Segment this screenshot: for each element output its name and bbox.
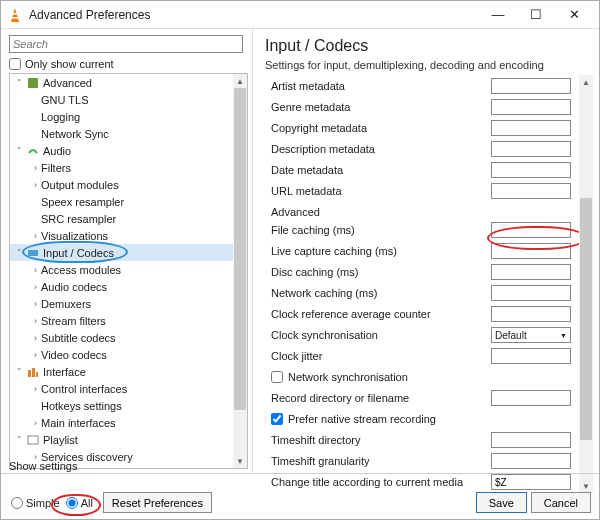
section-advanced: Advanced [265, 206, 579, 218]
tree-item-video-codecs[interactable]: ›Video codecs [10, 346, 233, 363]
tree-item-filters[interactable]: ›Filters [10, 159, 233, 176]
label-artist-metadata: Artist metadata [265, 80, 491, 92]
left-pane: Only show current ˅Advanced GNU TLS Logg… [1, 29, 253, 473]
label-copyright-metadata: Copyright metadata [265, 122, 491, 134]
input-genre-metadata[interactable] [491, 99, 571, 115]
show-settings-label: Show settings [9, 460, 77, 472]
svg-rect-3 [28, 78, 38, 88]
tree-item-gnu-tls[interactable]: GNU TLS [10, 91, 233, 108]
tree-item-stream-filters[interactable]: ›Stream filters [10, 312, 233, 329]
checkbox-prefer-native[interactable] [271, 413, 283, 425]
page-subtitle: Settings for input, demultiplexing, deco… [265, 59, 593, 71]
svg-rect-8 [28, 436, 38, 444]
input-network-caching[interactable]: ▲▼ [491, 285, 571, 301]
label-record-dir: Record directory or filename [265, 392, 491, 404]
tree-item-speex-resampler[interactable]: Speex resampler [10, 193, 233, 210]
tree-item-subtitle-codecs[interactable]: ›Subtitle codecs [10, 329, 233, 346]
label-prefer-native: Prefer native stream recording [288, 413, 571, 425]
svg-rect-4 [28, 250, 38, 256]
close-button[interactable]: ✕ [555, 1, 593, 29]
tree-item-hotkeys-settings[interactable]: Hotkeys settings [10, 397, 233, 414]
label-url-metadata: URL metadata [265, 185, 491, 197]
input-clock-jitter[interactable]: ▲▼ [491, 348, 571, 364]
label-timeshift-dir: Timeshift directory [265, 434, 491, 446]
svg-rect-5 [28, 370, 31, 377]
tree-item-main-interfaces[interactable]: ›Main interfaces [10, 414, 233, 431]
titlebar: Advanced Preferences — ☐ ✕ [1, 1, 599, 29]
tree-item-visualizations[interactable]: ›Visualizations [10, 227, 233, 244]
input-timeshift-dir[interactable] [491, 432, 571, 448]
scroll-up-icon[interactable]: ▲ [233, 74, 247, 88]
label-timeshift-gran: Timeshift granularity [265, 455, 491, 467]
tree-item-src-resampler[interactable]: SRC resampler [10, 210, 233, 227]
input-live-caching[interactable]: ▲▼ [491, 243, 571, 259]
tree-item-access-modules[interactable]: ›Access modules [10, 261, 233, 278]
footer: Show settings Simple All Reset Preferenc… [1, 473, 599, 520]
input-timeshift-gran[interactable]: ▲▼ [491, 453, 571, 469]
label-description-metadata: Description metadata [265, 143, 491, 155]
label-clock-jitter: Clock jitter [265, 350, 491, 362]
tree-item-interface[interactable]: ˅Interface [10, 363, 233, 380]
tree-item-control-interfaces[interactable]: ›Control interfaces [10, 380, 233, 397]
playlist-icon [26, 433, 40, 447]
svg-rect-7 [36, 372, 38, 377]
tree-item-demuxers[interactable]: ›Demuxers [10, 295, 233, 312]
only-show-current-checkbox[interactable] [9, 58, 21, 70]
input-date-metadata[interactable] [491, 162, 571, 178]
input-disc-caching[interactable]: ▲▼ [491, 264, 571, 280]
right-pane: Input / Codecs Settings for input, demul… [253, 29, 599, 473]
svg-rect-6 [32, 368, 35, 377]
input-clock-ref[interactable]: ▲▼ [491, 306, 571, 322]
interface-icon [26, 365, 40, 379]
cancel-button[interactable]: Cancel [531, 492, 591, 513]
label-live-caching: Live capture caching (ms) [265, 245, 491, 257]
label-genre-metadata: Genre metadata [265, 101, 491, 113]
tree-item-output-modules[interactable]: ›Output modules [10, 176, 233, 193]
input-url-metadata[interactable] [491, 183, 571, 199]
tree-item-audio[interactable]: ˅Audio [10, 142, 233, 159]
maximize-button[interactable]: ☐ [517, 1, 555, 29]
svg-rect-2 [12, 17, 18, 19]
radio-all[interactable]: All [66, 497, 93, 509]
label-network-sync: Network synchronisation [288, 371, 571, 383]
vlc-cone-icon [7, 7, 23, 23]
scroll-down-icon[interactable]: ▼ [233, 454, 247, 468]
input-file-caching[interactable]: ▲▼ [491, 222, 571, 238]
input-codecs-icon [26, 246, 40, 260]
only-show-current[interactable]: Only show current [9, 58, 248, 70]
search-input[interactable] [9, 35, 243, 53]
save-button[interactable]: Save [476, 492, 527, 513]
svg-marker-0 [11, 8, 19, 22]
input-copyright-metadata[interactable] [491, 120, 571, 136]
input-artist-metadata[interactable] [491, 78, 571, 94]
tree-item-network-sync[interactable]: Network Sync [10, 125, 233, 142]
checkbox-network-sync[interactable] [271, 371, 283, 383]
form-scrollbar[interactable]: ▲ ▼ [579, 75, 593, 493]
show-settings-radios: Simple All [11, 497, 93, 509]
only-show-current-label: Only show current [25, 58, 114, 70]
reset-preferences-button[interactable]: Reset Preferences [103, 492, 212, 513]
page-heading: Input / Codecs [265, 37, 593, 55]
scroll-up-icon[interactable]: ▲ [579, 75, 593, 89]
tree-item-playlist[interactable]: ˅Playlist [10, 431, 233, 448]
tree-item-logging[interactable]: Logging [10, 108, 233, 125]
preferences-tree[interactable]: ˅Advanced GNU TLS Logging Network Sync ˅… [9, 73, 248, 469]
tree-item-input-codecs[interactable]: ˅Input / Codecs [10, 244, 233, 261]
input-record-dir[interactable] [491, 390, 571, 406]
minimize-button[interactable]: — [479, 1, 517, 29]
label-clock-ref: Clock reference average counter [265, 308, 491, 320]
svg-rect-1 [13, 13, 18, 15]
label-file-caching: File caching (ms) [265, 224, 491, 236]
tree-scrollbar[interactable]: ▲ ▼ [233, 74, 247, 468]
tree-item-audio-codecs[interactable]: ›Audio codecs [10, 278, 233, 295]
label-network-caching: Network caching (ms) [265, 287, 491, 299]
label-clock-sync: Clock synchronisation [265, 329, 491, 341]
audio-icon [26, 144, 40, 158]
radio-simple[interactable]: Simple [11, 497, 60, 509]
label-disc-caching: Disc caching (ms) [265, 266, 491, 278]
input-description-metadata[interactable] [491, 141, 571, 157]
advanced-icon [26, 76, 40, 90]
tree-item-advanced[interactable]: ˅Advanced [10, 74, 233, 91]
chevron-down-icon: ▼ [560, 332, 567, 339]
select-clock-sync[interactable]: Default▼ [491, 327, 571, 343]
